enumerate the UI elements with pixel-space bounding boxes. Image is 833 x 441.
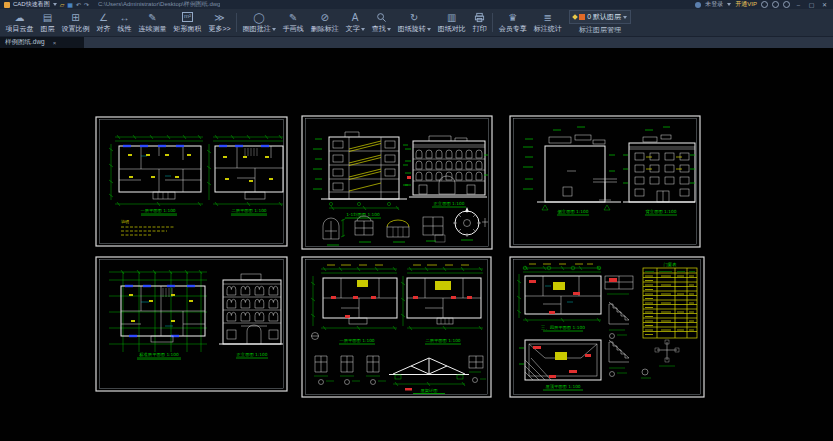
drawing-title: 三、四层平面图 1:100 <box>541 325 585 330</box>
circle-annotation-button[interactable]: ◯ 圈图批注 <box>239 9 279 36</box>
layer-select-caret-icon <box>623 16 627 19</box>
button-label: 打印 <box>473 24 487 34</box>
tab-sample-drawing[interactable]: 样例图纸.dwg × <box>0 37 84 48</box>
theme-icon[interactable] <box>772 1 779 8</box>
stats-icon: ≣ <box>543 11 551 23</box>
button-label: 矩形面积 <box>174 24 202 34</box>
rect-area-button[interactable]: m² 矩形面积 <box>170 9 205 36</box>
align-button[interactable]: ∠ 对齐 <box>93 9 114 36</box>
member-exclusive-button[interactable]: ♛ 会员专享 <box>495 9 530 36</box>
delete-annotation-button[interactable]: ⊘ 删除标注 <box>307 9 342 36</box>
construction-details <box>314 356 386 385</box>
chevron-down-icon <box>427 28 431 31</box>
drawing-title: 二层平面图 1:100 <box>425 338 460 343</box>
drawing-title: 背立面图 1:100 <box>646 209 677 214</box>
button-label: 会员专享 <box>499 24 527 34</box>
cloud-icon: ☁ <box>15 11 25 23</box>
front-elevation: 正立面图 1:100 <box>405 136 488 207</box>
roof-plan: 屋顶平面图 1:100 <box>519 340 601 390</box>
sheet-side-rear-elevations[interactable]: 侧立面图 1:100 背立面图 1:100 <box>509 115 701 248</box>
freehand-line-button[interactable]: ✎ 手画线 <box>279 9 307 36</box>
text-icon: A <box>352 11 359 23</box>
undo-icon[interactable]: ↶ <box>76 2 81 8</box>
save-icon[interactable]: ▦ <box>67 2 73 8</box>
side-elevation: 侧立面图 1:100 <box>523 127 621 215</box>
drawing-title: 二层平面图 1:100 <box>231 208 266 213</box>
button-label: 标注统计 <box>534 24 562 34</box>
layer-visibility-icon <box>572 14 578 20</box>
login-caret-icon[interactable] <box>727 3 731 6</box>
roof-truss-detail: 屋架详图 <box>389 358 469 394</box>
standard-floor-plan: 标准层平面图 1:100 <box>109 270 207 359</box>
refresh-icon[interactable] <box>761 1 768 8</box>
sheet-plans-roof-and-schedule[interactable]: 三、四层平面图 1:100 屋顶平面图 1:100 <box>509 256 705 398</box>
sheet-plan-and-front-elevation[interactable]: 标准层平面图 1:100 正立面图 1:100 <box>95 256 288 392</box>
button-label: 连续测量 <box>139 24 167 34</box>
eraser-icon: ⊘ <box>320 11 328 23</box>
sheet-floor-plans[interactable]: 一层平面图 1:100 二层平面图 1:100 说明 <box>95 116 288 247</box>
table-title: 门窗表 <box>664 262 678 267</box>
set-scale-button[interactable]: ⊞ 设置比例 <box>58 9 93 36</box>
layers-button[interactable]: ▤ 图层 <box>37 9 58 36</box>
sheet-plans-and-roof-truss[interactable]: 一层平面图 1:100 二层平面图 1:100 <box>301 256 492 398</box>
more-button[interactable]: ≫ 更多>> <box>205 9 234 36</box>
button-label: 手画线 <box>283 24 304 34</box>
front-elevation: 正立面图 1:100 <box>219 274 283 358</box>
drawing-title: 正立面图 1:100 <box>237 352 268 357</box>
area-icon: m² <box>182 12 193 22</box>
button-label: 删除标注 <box>311 24 339 34</box>
sheet-section-and-elevation[interactable]: 1-1剖面图 1:100 正立面图 1:100 <box>301 115 493 250</box>
floor-plan-first: 一层平面图 1:100 <box>311 265 397 344</box>
button-label: 文字 <box>346 24 360 34</box>
linear-dimension-button[interactable]: ↔ 线性 <box>114 9 135 36</box>
vip-button[interactable]: 开通VIP <box>735 0 757 9</box>
tab-close-icon[interactable]: × <box>53 40 57 46</box>
align-icon: ∠ <box>99 11 108 23</box>
maximize-button[interactable]: ▢ <box>807 1 816 8</box>
button-label: 项目云盘 <box>6 24 34 34</box>
door-window-schedule-table: 门窗表 <box>643 262 697 338</box>
print-button[interactable]: 打印 <box>469 9 490 36</box>
titlebar-right: 未登录 开通VIP – ▢ ✕ <box>695 0 829 9</box>
toolbar-divider <box>492 13 493 32</box>
crown-icon: ♛ <box>508 11 517 23</box>
notes-block: 说明 <box>121 219 175 235</box>
rotate-drawing-button[interactable]: ↻ 图纸旋转 <box>394 9 434 36</box>
close-button[interactable]: ✕ <box>820 1 829 8</box>
compare-drawing-button[interactable]: ▥ 图纸对比 <box>434 9 469 36</box>
layers-icon: ▤ <box>43 11 52 23</box>
file-path: C:\Users\Administrator\Desktop\样例图纸.dwg <box>98 0 220 9</box>
find-button[interactable]: 查找 <box>368 9 394 36</box>
button-label: 圈图批注 <box>243 24 271 34</box>
annotation-layer-controls: 0 默认图层 标注图层管理 <box>569 9 631 36</box>
button-label: 更多>> <box>209 24 231 34</box>
button-label: 图纸旋转 <box>398 24 426 34</box>
notes-heading: 说明 <box>121 219 129 224</box>
floor-plan-second: 二层平面图 1:100 <box>401 265 483 344</box>
print-icon <box>474 11 485 23</box>
project-cloud-button[interactable]: ☁ 项目云盘 <box>2 9 37 36</box>
annotation-stats-button[interactable]: ≣ 标注统计 <box>530 9 565 36</box>
drawing-title: 正立面图 1:100 <box>434 201 465 206</box>
help-icon[interactable] <box>783 1 790 8</box>
minimize-button[interactable]: – <box>794 2 803 8</box>
continuous-measure-button[interactable]: ✎ 连续测量 <box>135 9 170 36</box>
scale-icon: ⊞ <box>71 11 79 23</box>
tab-label: 样例图纸.dwg <box>5 38 45 47</box>
button-label: 线性 <box>118 24 132 34</box>
annotation-layer-select[interactable]: 0 默认图层 <box>569 10 631 24</box>
chevron-down-icon <box>361 28 365 31</box>
redo-icon[interactable]: ↷ <box>84 2 89 8</box>
continuous-measure-icon: ✎ <box>148 11 156 23</box>
app-menu-caret-icon[interactable] <box>53 3 57 6</box>
app-logo-icon <box>4 2 10 8</box>
folder-icon[interactable]: ▱ <box>60 2 65 8</box>
drawing-title: 一层平面图 1:100 <box>339 338 374 343</box>
text-button[interactable]: A 文字 <box>342 9 368 36</box>
tab-bar: 样例图纸.dwg × <box>0 37 833 48</box>
avatar[interactable] <box>695 2 701 8</box>
linear-dimension-icon: ↔ <box>120 11 130 23</box>
drawing-canvas[interactable]: 一层平面图 1:100 二层平面图 1:100 说明 <box>0 48 833 441</box>
login-status[interactable]: 未登录 <box>705 0 723 9</box>
drawing-title: 标准层平面图 1:100 <box>139 352 179 358</box>
